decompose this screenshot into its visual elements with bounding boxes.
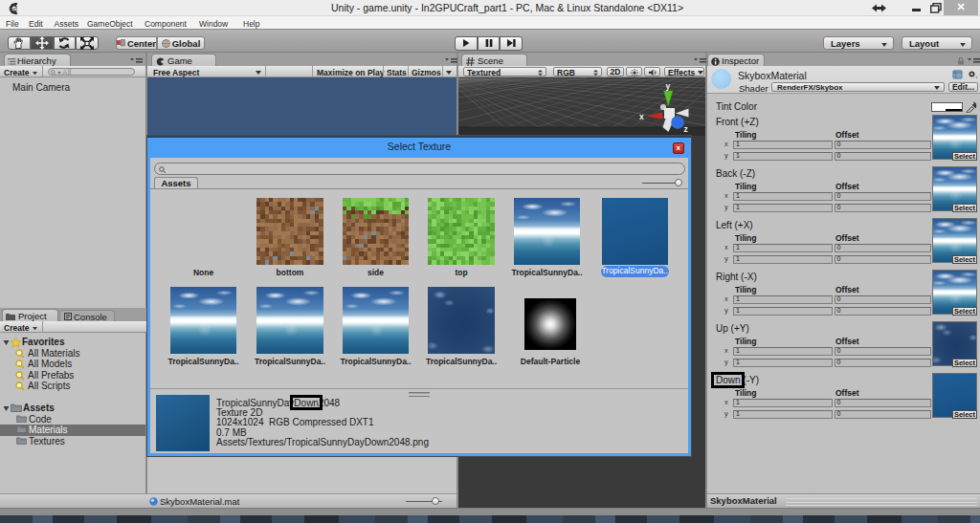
svg-text:z: z xyxy=(684,124,688,134)
svg-text:x: x xyxy=(639,112,644,121)
svg-text:y: y xyxy=(666,81,671,91)
